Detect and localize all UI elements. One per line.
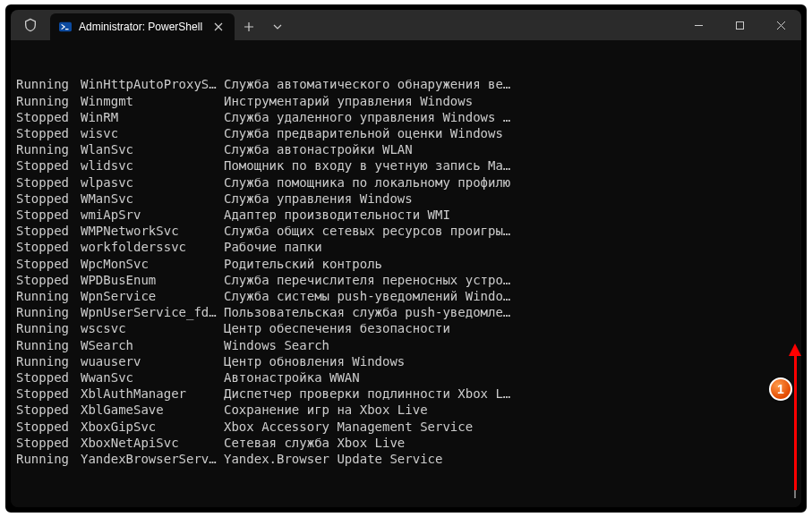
maximize-button[interactable] bbox=[719, 10, 760, 40]
titlebar[interactable]: Administrator: PowerShell bbox=[11, 10, 801, 40]
service-name: WpnUserService_fd… bbox=[81, 304, 224, 320]
service-description: Служба системы push-уведомлений Windo… bbox=[224, 288, 796, 304]
titlebar-drag-region[interactable] bbox=[292, 10, 678, 40]
service-status: Running bbox=[16, 353, 81, 369]
service-description: Служба помощника по локальному профилю bbox=[224, 174, 796, 191]
service-name: WlanSvc bbox=[81, 141, 224, 157]
service-name: WpnService bbox=[81, 288, 224, 304]
service-status: Stopped bbox=[16, 174, 81, 191]
service-description: Служба удаленного управления Windows … bbox=[224, 109, 796, 125]
service-name: WSearch bbox=[81, 337, 224, 353]
service-name: WinRM bbox=[81, 109, 224, 125]
service-name: workfolderssvc bbox=[81, 239, 224, 255]
service-description: Помощник по входу в учетную запись Ma… bbox=[224, 157, 796, 174]
service-status: Stopped bbox=[16, 369, 81, 386]
service-name: XboxGipSvc bbox=[81, 419, 224, 435]
service-status: Stopped bbox=[16, 109, 81, 125]
service-description: Служба предварительной оценки Windows bbox=[224, 125, 796, 141]
tab-close-button[interactable] bbox=[209, 18, 227, 36]
service-description: Центр обновления Windows bbox=[224, 353, 796, 369]
service-row: StoppedWinRMСлужба удаленного управления… bbox=[16, 109, 796, 125]
service-description: Служба автонастройки WLAN bbox=[224, 141, 796, 157]
service-description: Служба общих сетевых ресурсов проигры… bbox=[224, 223, 796, 239]
service-status: Stopped bbox=[16, 157, 81, 174]
service-row: StoppedwlidsvcПомощник по входу в учетну… bbox=[16, 157, 796, 174]
tab-title: Administrator: PowerShell bbox=[79, 21, 202, 32]
service-description: Служба управления Windows bbox=[224, 191, 796, 207]
service-name: Winmgmt bbox=[81, 93, 224, 109]
service-name: XblGameSave bbox=[81, 402, 224, 418]
service-status: Stopped bbox=[16, 239, 81, 255]
service-row: StoppedwisvcСлужба предварительной оценк… bbox=[16, 125, 796, 141]
service-description: Диспетчер проверки подлинности Xbox L… bbox=[224, 386, 796, 402]
service-description: Windows Search bbox=[224, 337, 796, 353]
tab-dropdown-button[interactable] bbox=[263, 13, 292, 40]
service-row: StoppedXboxGipSvcXbox Accessory Manageme… bbox=[16, 419, 796, 435]
service-name: XblAuthManager bbox=[81, 386, 224, 402]
shield-icon bbox=[11, 10, 50, 40]
service-description: Адаптер производительности WMI bbox=[224, 207, 796, 223]
powershell-icon bbox=[59, 21, 72, 33]
terminal-window: Administrator: PowerShell bbox=[11, 10, 801, 507]
svg-rect-1 bbox=[736, 21, 743, 29]
service-row: StoppedwmiApSrvАдаптер производительност… bbox=[16, 207, 796, 223]
service-status: Running bbox=[16, 320, 81, 336]
service-row: StoppedWManSvcСлужба управления Windows bbox=[16, 191, 796, 207]
service-row: StoppedXboxNetApiSvcСетевая служба Xbox … bbox=[16, 435, 796, 451]
service-row: RunningWinHttpAutoProxyS…Служба автомати… bbox=[16, 76, 796, 92]
service-name: WPDBusEnum bbox=[81, 272, 224, 288]
service-row: StoppedworkfolderssvcРабочие папки bbox=[16, 239, 796, 255]
service-description: Инструментарий управления Windows bbox=[224, 93, 796, 109]
service-status: Stopped bbox=[16, 402, 81, 418]
service-description: Xbox Accessory Management Service bbox=[224, 419, 796, 435]
service-row: StoppedwlpasvcСлужба помощника по локаль… bbox=[16, 174, 796, 191]
window-frame: Administrator: PowerShell bbox=[5, 4, 807, 513]
service-name: wuauserv bbox=[81, 353, 224, 369]
service-name: wscsvc bbox=[81, 320, 224, 336]
service-name: WManSvc bbox=[81, 191, 224, 207]
service-status: Running bbox=[16, 304, 81, 320]
service-status: Stopped bbox=[16, 256, 81, 272]
service-name: WwanSvc bbox=[81, 369, 224, 386]
service-status: Running bbox=[16, 288, 81, 304]
terminal-output[interactable]: RunningWinHttpAutoProxyS…Служба автомати… bbox=[11, 40, 801, 507]
service-description: Сохранение игр на Xbox Live bbox=[224, 402, 796, 418]
service-description: Рабочие папки bbox=[224, 239, 796, 255]
service-name: WpcMonSvc bbox=[81, 256, 224, 272]
close-button[interactable] bbox=[760, 10, 801, 40]
service-status: Stopped bbox=[16, 223, 81, 239]
service-status: Stopped bbox=[16, 419, 81, 435]
new-tab-button[interactable] bbox=[235, 13, 263, 40]
minimize-button[interactable] bbox=[678, 10, 719, 40]
tab-powershell[interactable]: Administrator: PowerShell bbox=[50, 13, 235, 40]
service-row: StoppedWwanSvcАвтонастройка WWAN bbox=[16, 369, 796, 386]
service-status: Stopped bbox=[16, 435, 81, 451]
service-description: Центр обеспечения безопасности bbox=[224, 320, 796, 336]
service-name: wisvc bbox=[81, 125, 224, 141]
service-row: RunningWpnServiceСлужба системы push-уве… bbox=[16, 288, 796, 304]
service-status: Running bbox=[16, 93, 81, 109]
service-description: Служба автоматического обнаружения ве… bbox=[224, 76, 796, 92]
service-name: YandexBrowserServ… bbox=[81, 451, 224, 467]
service-status: Stopped bbox=[16, 207, 81, 223]
service-name: wlpasvc bbox=[81, 174, 224, 191]
service-row: RunningWSearchWindows Search bbox=[16, 337, 796, 353]
service-description: Сетевая служба Xbox Live bbox=[224, 435, 796, 451]
service-status: Running bbox=[16, 451, 81, 467]
scrollbar-thumb[interactable] bbox=[794, 468, 796, 498]
service-row: RunningwuauservЦентр обновления Windows bbox=[16, 353, 796, 369]
service-row: RunningWpnUserService_fd…Пользовательска… bbox=[16, 304, 796, 320]
service-row: RunningWlanSvcСлужба автонастройки WLAN bbox=[16, 141, 796, 157]
service-row: StoppedWpcMonSvcРодительский контроль bbox=[16, 256, 796, 272]
service-description: Родительский контроль bbox=[224, 256, 796, 272]
service-row: StoppedWMPNetworkSvcСлужба общих сетевых… bbox=[16, 223, 796, 239]
service-status: Stopped bbox=[16, 272, 81, 288]
service-row: RunningYandexBrowserServ…Yandex.Browser … bbox=[16, 451, 796, 467]
service-description: Yandex.Browser Update Service bbox=[224, 451, 796, 467]
service-row: RunningwscsvcЦентр обеспечения безопасно… bbox=[16, 320, 796, 336]
service-status: Running bbox=[16, 76, 81, 92]
service-row: StoppedXblAuthManagerДиспетчер проверки … bbox=[16, 386, 796, 402]
service-name: WMPNetworkSvc bbox=[81, 223, 224, 239]
service-description: Пользовательская служба push-уведомле… bbox=[224, 304, 796, 320]
service-name: WinHttpAutoProxyS… bbox=[81, 76, 224, 92]
